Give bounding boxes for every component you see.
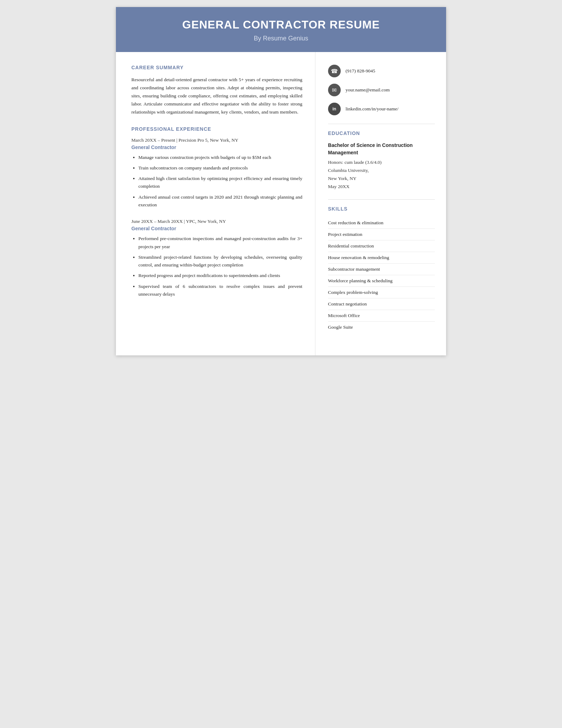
job-1-bullets: Manage various construction projects wit… [131,154,302,209]
phone-contact: ☎ (917) 828-9045 [328,65,435,77]
skill-6: Workforce planning & scheduling [328,275,435,287]
resume-subtitle: By Resume Genius [130,35,432,42]
education-heading: EDUCATION [328,130,435,137]
contact-divider [328,124,435,124]
phone-number: (917) 828-9045 [346,68,375,74]
linkedin-contact: in linkedin.com/in/your-name/ [328,103,435,115]
career-summary-text: Resourceful and detail-oriented general … [131,76,302,116]
job-2-date-location: June 20XX – March 20XX | YPC, New York, … [131,219,302,224]
professional-experience-heading: PROFESSIONAL EXPERIENCE [131,126,302,133]
skill-1: Cost reduction & elimination [328,217,435,229]
job-1-title: General Contractor [131,144,302,150]
job-2-bullets: Performed pre-construction inspections a… [131,235,302,298]
job-1-bullet-2: Train subcontractors on company standard… [138,164,302,172]
education-honors: Honors: cum laude (3.6/4.0) [328,159,435,167]
linkedin-url: linkedin.com/in/your-name/ [346,106,399,112]
job-1-bullet-3: Attained high client satisfaction by opt… [138,175,302,191]
job-2-bullet-3: Reported progress and project modificati… [138,272,302,279]
education-location: New York, NY [328,175,435,183]
skill-2: Project estimation [328,229,435,240]
job-2-title: General Contractor [131,226,302,231]
education-section: EDUCATION Bachelor of Science in Constru… [328,130,435,191]
job-2: June 20XX – March 20XX | YPC, New York, … [131,219,302,298]
education-date: May 20XX [328,183,435,191]
professional-experience-section: PROFESSIONAL EXPERIENCE March 20XX – Pre… [131,126,302,298]
contact-section: ☎ (917) 828-9045 ✉ your.name@email.com i… [328,65,435,115]
job-1-bullet-1: Manage various construction projects wit… [138,154,302,161]
job-2-bullet-1: Performed pre-construction inspections a… [138,235,302,251]
career-summary-heading: CAREER SUMMARY [131,65,302,72]
education-divider [328,199,435,200]
job-1-bullet-4: Achieved annual cost control targets in … [138,193,302,209]
job-1-date-location: March 20XX – Present | Precision Pro 5, … [131,137,302,143]
email-address: your.name@email.com [346,87,390,93]
job-2-bullet-2: Streamlined project-related functions by… [138,253,302,269]
job-1: March 20XX – Present | Precision Pro 5, … [131,137,302,209]
resume-body: CAREER SUMMARY Resourceful and detail-or… [116,52,446,355]
resume-header: GENERAL CONTRACTOR RESUME By Resume Geni… [116,7,446,52]
email-contact: ✉ your.name@email.com [328,84,435,96]
email-icon: ✉ [328,84,341,96]
skill-5: Subcontractor management [328,264,435,275]
education-degree: Bachelor of Science in Construction Mana… [328,142,435,156]
resume-page: GENERAL CONTRACTOR RESUME By Resume Geni… [116,7,446,355]
education-school: Columbia University, [328,167,435,175]
skill-8: Contract negotiation [328,298,435,310]
skill-9: Microsoft Office [328,310,435,322]
skill-7: Complex problem-solving [328,287,435,298]
job-2-bullet-4: Supervised team of 6 subcontractors to r… [138,283,302,298]
skills-section: SKILLS Cost reduction & elimination Proj… [328,206,435,333]
skills-heading: SKILLS [328,206,435,213]
linkedin-icon: in [328,103,341,115]
skill-3: Residential construction [328,240,435,252]
career-summary-section: CAREER SUMMARY Resourceful and detail-or… [131,65,302,116]
skill-4: House renovation & remodeling [328,252,435,264]
resume-title: GENERAL CONTRACTOR RESUME [130,18,432,31]
skill-10: Google Suite [328,322,435,333]
main-column: CAREER SUMMARY Resourceful and detail-or… [116,52,315,355]
side-column: ☎ (917) 828-9045 ✉ your.name@email.com i… [315,52,446,355]
phone-icon: ☎ [328,65,341,77]
